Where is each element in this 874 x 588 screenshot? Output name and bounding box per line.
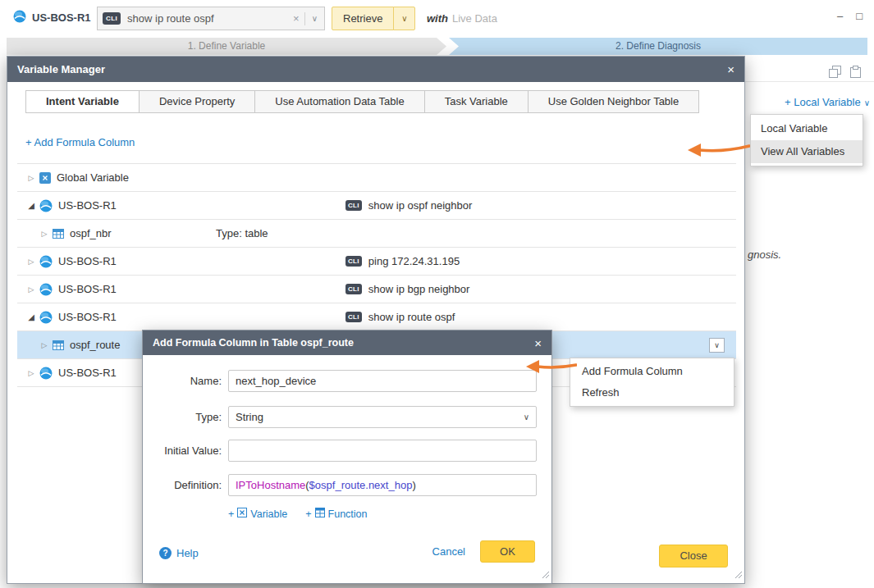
expand-icon[interactable]: ▷	[39, 341, 50, 349]
device-icon	[39, 311, 53, 324]
resize-grip[interactable]	[542, 569, 550, 581]
paste-icon[interactable]	[850, 66, 861, 80]
tree-row-device[interactable]: ◢ US-BOS-R1 CLIshow ip ospf neighbor	[17, 192, 736, 220]
help-icon: ?	[159, 547, 172, 559]
command-dropdown-icon[interactable]: ∨	[305, 14, 324, 23]
device-icon	[39, 199, 53, 212]
expand-icon[interactable]: ▷	[25, 285, 37, 294]
command-text: show ip bgp neighbor	[368, 283, 470, 295]
tree-row-global-variable[interactable]: ▷ Global Variable	[17, 164, 736, 192]
help-link[interactable]: ? Help	[159, 542, 199, 564]
clear-command-icon[interactable]: ×	[288, 12, 304, 25]
current-device: US-BOS-R1	[13, 10, 91, 25]
device-icon	[39, 255, 53, 268]
name-field[interactable]	[228, 370, 537, 392]
step-define-variable[interactable]: 1. Define Variable	[7, 38, 446, 55]
tab-intent-variable[interactable]: Intent Variable	[25, 90, 140, 113]
window-controls: – □	[837, 10, 863, 22]
close-button[interactable]: Close	[659, 545, 728, 567]
chevron-down-icon: ∨	[524, 407, 529, 427]
device-name: US-BOS-R1	[32, 11, 91, 24]
background-partial-text: gnosis.	[748, 248, 781, 261]
command-input[interactable]	[127, 12, 288, 25]
resize-grip[interactable]	[734, 569, 743, 581]
menu-item-local-variable[interactable]: Local Variable	[751, 117, 863, 140]
menu-item-view-all-variables[interactable]: View All Variables	[751, 140, 863, 163]
add-variable-link[interactable]: + Variable	[228, 508, 287, 520]
variable-icon	[237, 508, 247, 520]
table-icon	[53, 228, 64, 239]
retrieve-dropdown-icon[interactable]: ∨	[393, 7, 415, 30]
minimize-icon[interactable]: –	[837, 10, 843, 22]
initial-value-field[interactable]	[228, 440, 537, 462]
annotation-arrow-add-formula-column	[526, 358, 577, 377]
expand-icon[interactable]: ▷	[39, 230, 50, 238]
menu-item-refresh[interactable]: Refresh	[570, 382, 734, 403]
retrieve-button[interactable]: Retrieve	[332, 7, 394, 30]
name-label: Name:	[149, 370, 222, 392]
dialog-title: Variable Manager	[17, 63, 105, 75]
function-icon	[315, 508, 325, 520]
row-context-menu: Add Formula Column Refresh	[570, 358, 734, 407]
expand-icon[interactable]: ▷	[25, 369, 37, 377]
with-live-data-label: withLive Data	[427, 12, 497, 25]
title-bar: US-BOS-R1 CLI × ∨ Retrieve ∨ withLive Da…	[0, 0, 874, 38]
cli-badge: CLI	[345, 284, 362, 294]
wizard-steps: 1. Define Variable 2. Define Diagnosis	[0, 38, 874, 55]
cancel-button[interactable]: Cancel	[432, 545, 465, 558]
formula-dialog-header: Add Formula Column in Table ospf_route ×	[143, 330, 551, 355]
cli-badge: CLI	[103, 12, 121, 25]
local-variable-menu: Local Variable View All Variables	[750, 114, 863, 166]
expand-icon[interactable]: ▷	[25, 174, 37, 182]
device-icon	[13, 10, 26, 25]
type-info: Type: table	[216, 227, 268, 239]
step-define-diagnosis[interactable]: 2. Define Diagnosis	[449, 38, 867, 55]
table-icon	[53, 340, 64, 351]
close-icon[interactable]: ×	[534, 337, 542, 349]
device-icon	[39, 283, 53, 296]
expand-icon[interactable]: ▷	[25, 258, 37, 266]
type-label: Type:	[149, 406, 222, 428]
variable-manager-header: Variable Manager ×	[7, 57, 744, 82]
tree-row-device[interactable]: ▷ US-BOS-R1 CLIshow ip bgp neighbor	[17, 276, 736, 303]
definition-label: Definition:	[149, 474, 222, 496]
tab-device-property[interactable]: Device Property	[139, 90, 255, 113]
initial-value-label: Initial Value:	[149, 440, 222, 462]
cli-badge: CLI	[345, 312, 362, 322]
local-variable-dropdown-link[interactable]: + Local Variable∨	[770, 96, 870, 108]
global-variable-icon	[39, 172, 51, 184]
tree-row-device[interactable]: ◢ US-BOS-R1 CLIshow ip route ospf	[17, 303, 736, 331]
tab-use-golden-neighbor-table[interactable]: Use Golden Neighbor Table	[528, 90, 699, 113]
tab-task-variable[interactable]: Task Variable	[424, 90, 529, 113]
collapse-icon[interactable]: ◢	[25, 201, 37, 210]
row-actions-dropdown[interactable]: ∨	[709, 338, 725, 353]
add-formula-column-link[interactable]: + Add Formula Column	[25, 136, 135, 148]
retrieve-split-button: Retrieve ∨	[332, 7, 415, 30]
command-text: ping 172.24.31.195	[368, 255, 460, 267]
maximize-icon[interactable]: □	[856, 10, 863, 22]
command-text: show ip route ospf	[368, 311, 455, 323]
tab-use-automation-data-table[interactable]: Use Automation Data Table	[254, 90, 424, 113]
annotation-arrow-view-all-variables	[688, 140, 750, 161]
chevron-down-icon: ∨	[864, 98, 870, 107]
close-icon[interactable]: ×	[727, 63, 734, 75]
command-input-group: CLI × ∨	[97, 7, 325, 30]
ok-button[interactable]: OK	[480, 540, 535, 563]
command-text: show ip ospf neighbor	[368, 199, 472, 212]
add-function-link[interactable]: + Function	[305, 508, 367, 520]
copy-icon[interactable]	[829, 66, 841, 80]
variable-manager-tabs: Intent Variable Device Property Use Auto…	[25, 90, 699, 113]
cli-badge: CLI	[345, 200, 362, 211]
add-formula-column-dialog: Add Formula Column in Table ospf_route ×…	[142, 330, 552, 584]
cli-badge: CLI	[345, 256, 362, 267]
type-select[interactable]: String ∨	[228, 406, 537, 428]
device-icon	[39, 367, 53, 380]
definition-field[interactable]: IPToHostname($ospf_route.next_hop)	[228, 474, 537, 496]
menu-item-add-formula-column[interactable]: Add Formula Column	[570, 361, 734, 382]
collapse-icon[interactable]: ◢	[25, 312, 37, 321]
tree-row-table-ospf-nbr[interactable]: ▷ ospf_nbr Type: table	[17, 220, 736, 248]
dialog-title: Add Formula Column in Table ospf_route	[153, 337, 354, 349]
tree-row-device[interactable]: ▷ US-BOS-R1 CLIping 172.24.31.195	[17, 248, 736, 276]
